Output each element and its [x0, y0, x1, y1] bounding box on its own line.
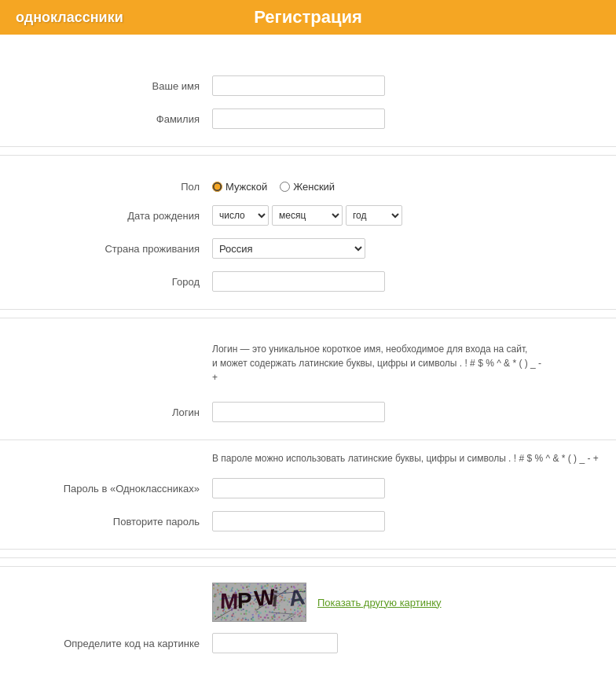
birthdate-month-select[interactable]: месяц [272, 205, 343, 226]
gender-male-option[interactable]: Мужской [212, 181, 267, 193]
country-select[interactable]: Россия [212, 238, 365, 259]
page-title: Регистрация [254, 7, 362, 28]
login-info-text: Логин — это уникальное короткое имя, нео… [212, 342, 542, 384]
captcha-refresh-link[interactable]: Показать другую картинку [317, 597, 442, 609]
password-hint-text: В пароле можно использовать латинские бу… [212, 453, 599, 464]
gender-female-option[interactable]: Женский [280, 181, 335, 193]
date-group: число месяц год [212, 205, 402, 226]
confirm-password-input[interactable] [212, 511, 385, 531]
password-section: В пароле можно использовать латинские бу… [0, 440, 616, 550]
name-section: Ваше имя Фамилия [0, 58, 616, 147]
personal-section: Пол Мужской Женский Дата рождения число [0, 164, 616, 310]
country-row: Страна проживания Россия [0, 235, 616, 262]
login-label: Логин [0, 406, 212, 418]
password-row: Пароль в «Одноклассниках» [0, 475, 616, 502]
login-row: Логин [0, 399, 616, 425]
header: одноклассники Регистрация [0, 0, 616, 35]
surname-label: Фамилия [0, 113, 212, 125]
name-label: Ваше имя [0, 80, 212, 92]
password-input[interactable] [212, 478, 385, 498]
password-label: Пароль в «Одноклассниках» [0, 483, 212, 495]
gender-female-radio[interactable] [280, 182, 290, 192]
city-input[interactable] [212, 271, 385, 292]
birthdate-year-select[interactable]: год [346, 205, 402, 226]
country-label: Страна проживания [0, 243, 212, 255]
main-content: Ваше имя Фамилия Пол Мужской Женский [0, 35, 616, 684]
login-section: Логин — это уникальное короткое имя, нео… [0, 326, 616, 440]
gender-male-label: Мужской [226, 181, 267, 193]
gender-male-radio[interactable] [212, 182, 222, 192]
name-row: Ваше имя [0, 72, 616, 99]
login-info-line1: Логин — это уникальное короткое имя, нео… [212, 344, 527, 355]
captcha-canvas [212, 583, 306, 622]
gender-group: Мужской Женский [212, 181, 335, 193]
captcha-image-row: Показать другую картинку [0, 583, 616, 622]
gender-female-label: Женский [293, 181, 335, 193]
confirm-password-row: Повторите пароль [0, 508, 616, 535]
birthdate-day-select[interactable]: число [212, 205, 269, 226]
logo: одноклассники [16, 9, 123, 26]
login-input[interactable] [212, 402, 385, 422]
captcha-image [212, 583, 306, 622]
captcha-label: Определите код на картинке [0, 638, 212, 649]
surname-input[interactable] [212, 108, 385, 129]
captcha-section: Показать другую картинку Определите код … [0, 566, 616, 677]
captcha-input[interactable] [212, 633, 338, 653]
captcha-input-row: Определите код на картинке [0, 630, 616, 656]
name-input[interactable] [212, 75, 385, 96]
gender-row: Пол Мужской Женский [0, 178, 616, 196]
city-label: Город [0, 276, 212, 288]
confirm-password-label: Повторите пароль [0, 516, 212, 528]
password-hint-block: В пароле можно использовать латинские бу… [0, 448, 616, 469]
gender-label: Пол [0, 181, 212, 193]
login-info-line2: и может содержать латинские буквы, цифры… [212, 358, 541, 383]
register-section: Зарегистрироваться [0, 677, 616, 684]
city-row: Город [0, 268, 616, 295]
surname-row: Фамилия [0, 105, 616, 132]
birthdate-row: Дата рождения число месяц год [0, 202, 616, 229]
birthdate-label: Дата рождения [0, 210, 212, 222]
login-info-block: Логин — это уникальное короткое имя, нео… [0, 334, 616, 392]
